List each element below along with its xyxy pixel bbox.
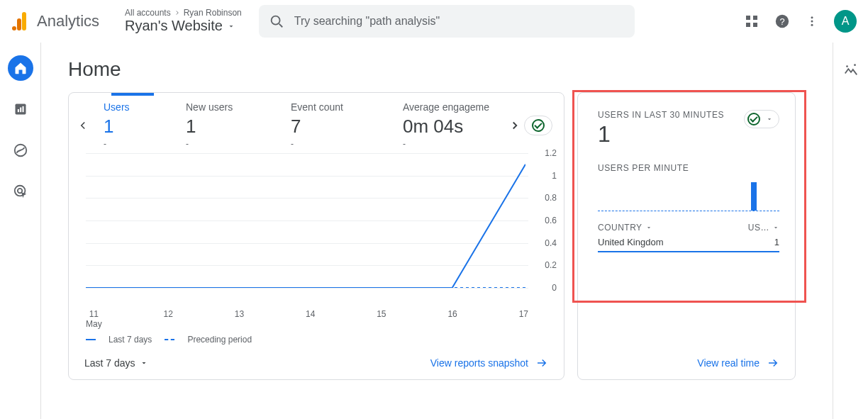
x-tick-label: 14	[306, 309, 315, 319]
realtime-value: 1	[598, 121, 724, 147]
x-month-label: May	[86, 319, 102, 329]
metrics-next-button[interactable]	[505, 119, 524, 132]
metric-users[interactable]: Users 1 -	[92, 101, 174, 149]
view-reports-snapshot-link[interactable]: View reports snapshot	[430, 357, 548, 369]
users-per-minute-chart	[598, 179, 779, 211]
nav-explore[interactable]	[8, 138, 33, 163]
metric-value: 1	[186, 116, 268, 138]
metric-sub: -	[291, 139, 380, 149]
help-icon[interactable]: ?	[774, 13, 790, 29]
caret-down-icon	[140, 359, 148, 367]
page-title: Home	[68, 58, 840, 81]
more-vert-icon[interactable]	[806, 15, 818, 28]
metric-sub: -	[403, 139, 494, 149]
svg-point-13	[811, 23, 813, 26]
chevron-left-icon	[77, 119, 89, 132]
legend-last7: Last 7 days	[108, 335, 152, 345]
minute-bar	[751, 182, 757, 211]
property-name: Ryan's Website	[125, 18, 223, 34]
search-input[interactable]	[294, 15, 625, 28]
arrow-right-icon	[767, 357, 779, 369]
users-per-minute-label: USERS PER MINUTE	[598, 163, 779, 173]
metric-avg-engagement[interactable]: Average engageme 0m 04s -	[391, 101, 505, 149]
caret-down-icon	[227, 22, 235, 30]
svg-line-4	[279, 23, 282, 27]
x-tick-label: 13	[235, 309, 244, 319]
target-click-icon	[13, 184, 28, 199]
metric-value: 0m 04s	[403, 116, 494, 138]
svg-rect-17	[22, 106, 23, 112]
active-metric-indicator	[111, 93, 154, 96]
y-tick-label: 0.6	[545, 216, 557, 225]
metric-label: Average engageme	[403, 101, 494, 113]
country-column-header[interactable]: COUNTRY	[598, 223, 652, 233]
product-name: Analytics	[37, 12, 99, 30]
legend-swatch-dashed	[165, 339, 174, 340]
realtime-card: USERS IN LAST 30 MINUTES 1 USERS PER MIN…	[577, 92, 796, 380]
y-tick-label: 1	[552, 171, 557, 181]
search-bar[interactable]	[259, 5, 635, 38]
x-tick-label: 17	[519, 309, 528, 319]
apps-icon[interactable]	[745, 14, 759, 28]
view-realtime-link[interactable]: View real time	[697, 357, 779, 369]
row-bar	[598, 251, 779, 252]
bar-chart-icon	[13, 102, 28, 116]
insights-icon[interactable]	[843, 62, 859, 419]
metric-value: 1	[104, 116, 163, 138]
metrics-prev-button[interactable]	[73, 119, 92, 132]
caret-down-icon	[766, 116, 773, 123]
caret-down-icon	[645, 224, 652, 231]
svg-point-21	[846, 65, 848, 67]
account-selector[interactable]: All accounts Ryan Robinson Ryan's Websit…	[125, 8, 242, 34]
home-icon	[13, 61, 28, 75]
y-tick-label: 0.4	[545, 238, 557, 248]
nav-advertising[interactable]	[8, 179, 33, 204]
svg-point-11	[811, 16, 813, 18]
chevron-right-icon	[174, 9, 181, 16]
svg-rect-8	[753, 23, 757, 27]
check-circle-icon	[747, 113, 760, 125]
overview-card: Users 1 - New users 1 - Event count 7	[68, 92, 564, 380]
arrow-right-icon	[535, 357, 548, 369]
svg-rect-6	[753, 16, 757, 20]
y-tick-label: 0.8	[545, 193, 557, 203]
analytics-logo-icon	[11, 11, 28, 31]
line-chart: 00.20.40.60.811.211May121314151617	[86, 153, 557, 309]
x-tick-label: 12	[164, 309, 173, 319]
metric-sub: -	[104, 139, 163, 149]
svg-rect-5	[746, 16, 750, 20]
data-quality-chip[interactable]	[524, 116, 552, 135]
x-tick-label: 15	[377, 309, 386, 319]
metric-value: 7	[291, 116, 380, 138]
nav-home[interactable]	[8, 55, 33, 81]
legend-preceding: Preceding period	[187, 335, 252, 345]
svg-point-2	[12, 26, 16, 30]
metric-label: Users	[104, 101, 163, 113]
x-tick-label: 11	[89, 309, 99, 319]
svg-rect-7	[746, 23, 750, 27]
explore-icon	[13, 143, 28, 158]
users-cell: 1	[774, 237, 779, 247]
caret-down-icon	[772, 224, 779, 231]
metric-label: New users	[186, 101, 268, 113]
y-tick-label: 0	[552, 283, 557, 293]
svg-point-22	[854, 64, 856, 66]
realtime-quality-chip[interactable]	[744, 110, 779, 128]
breadcrumb-account: Ryan Robinson	[184, 8, 242, 18]
breadcrumb-all-accounts: All accounts	[125, 8, 171, 18]
metric-new-users[interactable]: New users 1 -	[174, 101, 279, 149]
chevron-right-icon	[508, 119, 521, 132]
svg-point-12	[811, 20, 813, 22]
svg-rect-0	[22, 12, 26, 30]
svg-rect-16	[20, 108, 21, 113]
nav-reports[interactable]	[8, 96, 33, 122]
country-cell: United Kingdom	[598, 237, 664, 247]
metric-event-count[interactable]: Event count 7 -	[279, 101, 391, 149]
x-tick-label: 16	[447, 309, 457, 319]
users-column-header[interactable]: US…	[748, 223, 779, 233]
y-tick-label: 0.2	[545, 260, 557, 270]
avatar[interactable]: A	[834, 10, 857, 33]
table-row: United Kingdom1	[598, 233, 779, 252]
search-icon	[269, 13, 284, 29]
check-circle-icon	[532, 119, 545, 132]
